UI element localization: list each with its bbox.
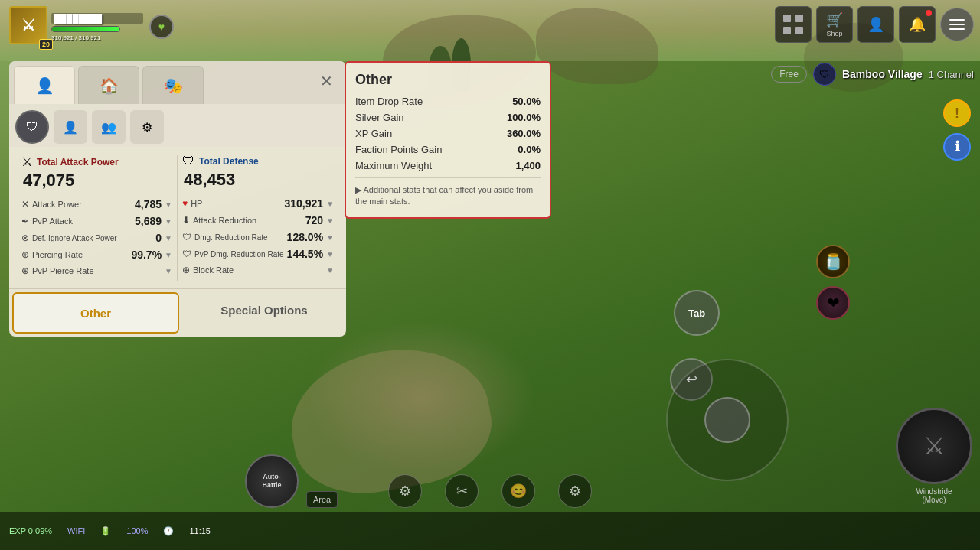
- hp-label-row: ♥ HP: [182, 198, 284, 209]
- hp-icon: ♥: [182, 198, 188, 209]
- piercing-value: 99.7%: [131, 249, 162, 261]
- pvp-pierce-chevron[interactable]: ▼: [165, 267, 172, 275]
- character-tab-icon: 👤: [35, 76, 54, 95]
- pvp-pierce-label-text: PvP Pierce Rate: [32, 266, 94, 275]
- pvp-pierce-icon: ⊕: [21, 265, 29, 276]
- piercing-icon: ⊕: [21, 249, 29, 260]
- hp-chevron[interactable]: ▼: [326, 200, 334, 208]
- defense-header: 🛡 Total Defense: [182, 155, 334, 168]
- attack-reduction-label-text: Attack Reduction: [193, 216, 256, 225]
- profile-tab-icon: 👤: [63, 120, 78, 135]
- defense-header-icon: 🛡: [182, 155, 194, 168]
- stat-row-dmg-reduction: 🛡 Dmg. Reduction Rate 128.0% ▼: [182, 231, 334, 243]
- defense-header-label: Total Defense: [199, 156, 259, 167]
- dmg-reduction-label-text: Dmg. Reduction Rate: [194, 233, 268, 242]
- tab-costume[interactable]: 🎭: [142, 66, 204, 104]
- pvp-attack-chevron[interactable]: ▼: [165, 217, 172, 226]
- cat-tab-profile[interactable]: 👤: [54, 110, 87, 144]
- block-label: ⊕ Block Rate: [182, 265, 326, 275]
- cat-tab-settings[interactable]: ⚙: [130, 110, 164, 144]
- block-icon: ⊕: [182, 265, 190, 275]
- panel-bottom-buttons: Other Special Options: [9, 288, 346, 337]
- settings-tab-icon: ⚙: [142, 120, 152, 135]
- panel-close-button[interactable]: ✕: [311, 66, 341, 96]
- dmg-reduction-chevron[interactable]: ▼: [326, 233, 334, 242]
- pvp-attack-value: 5,689: [135, 215, 162, 227]
- stat-content: ⚔ Total Attack Power 47,075 ✕ Attack Pow…: [9, 147, 346, 288]
- defense-main-value: 48,453: [182, 170, 334, 190]
- attack-main-value: 47,075: [21, 171, 172, 190]
- pvp-dmg-reduction-chevron[interactable]: ▼: [326, 250, 334, 259]
- attack-power-chevron[interactable]: ▼: [165, 200, 172, 209]
- hp-label-text: HP: [191, 199, 202, 208]
- tooltip-note: ▶ Additional stats that can affect you a…: [355, 184, 541, 208]
- stat-row-block: ⊕ Block Rate ▼: [182, 265, 334, 275]
- attack-reduction-chevron[interactable]: ▼: [326, 216, 334, 225]
- pvp-dmg-reduction-icon: 🛡: [182, 249, 191, 259]
- cat-tab-social[interactable]: 👥: [92, 110, 126, 144]
- tooltip-row-item-drop: Item Drop Rate 50.0%: [355, 96, 541, 107]
- max-weight-value: 1,400: [515, 160, 541, 171]
- defense-column: 🛡 Total Defense 48,453 ♥ HP 310,921 ▼ ⬇ …: [178, 155, 338, 281]
- pvp-pierce-label: ⊕ PvP Pierce Rate: [21, 265, 165, 276]
- hp-row-value: 310,921: [284, 197, 323, 210]
- tab-home[interactable]: 🏠: [78, 66, 139, 104]
- pvp-attack-label-text: PvP Attack: [32, 216, 73, 226]
- faction-points-value: 0.0%: [518, 144, 541, 155]
- stat-row-pvp-dmg-reduction: 🛡 PvP Dmg. Reduction Rate 144.5% ▼: [182, 248, 334, 260]
- attack-reduction-icon: ⬇: [182, 215, 190, 226]
- item-drop-label: Item Drop Rate: [355, 96, 423, 107]
- piercing-chevron[interactable]: ▼: [165, 251, 172, 259]
- faction-points-label: Faction Points Gain: [355, 144, 442, 155]
- combat-tab-icon: 🛡: [26, 120, 38, 134]
- piercing-label-text: Piercing Rate: [32, 250, 83, 259]
- def-ignore-chevron[interactable]: ▼: [165, 234, 172, 242]
- stat-row-def-ignore: ⊗ Def. Ignore Attack Power 0 ▼: [21, 232, 172, 244]
- attack-reduction-value: 720: [305, 214, 323, 226]
- tooltip-row-max-weight: Maximum Weight 1,400: [355, 160, 541, 171]
- other-button[interactable]: Other: [12, 292, 179, 334]
- item-drop-value: 50.0%: [512, 96, 541, 107]
- costume-tab-icon: 🎭: [164, 76, 183, 95]
- attack-header-label: Total Attack Power: [37, 157, 119, 168]
- tab-character[interactable]: 👤: [14, 66, 75, 104]
- stat-row-pvp-pierce: ⊕ PvP Pierce Rate ▼: [21, 265, 172, 276]
- dmg-reduction-value: 128.0%: [287, 231, 323, 243]
- stat-row-attack-reduction: ⬇ Attack Reduction 720 ▼: [182, 214, 334, 226]
- tooltip-title: Other: [355, 72, 541, 88]
- xp-gain-value: 360.0%: [507, 128, 541, 139]
- silver-gain-label: Silver Gain: [355, 112, 404, 123]
- tooltip-row-silver-gain: Silver Gain 100.0%: [355, 112, 541, 123]
- attack-header-icon: ⚔: [21, 155, 32, 169]
- tooltip-row-faction-points: Faction Points Gain 0.0%: [355, 144, 541, 155]
- panel-tabs: 👤 🏠 🎭 ✕: [9, 61, 346, 104]
- stat-panel: 👤 🏠 🎭 ✕ 🛡 👤 👥 ⚙ ⚔ Total Attack Powe: [9, 61, 346, 337]
- tooltip-row-xp-gain: XP Gain 360.0%: [355, 128, 541, 139]
- stat-row-attack-power: ✕ Attack Power 4,785 ▼: [21, 198, 172, 210]
- attack-power-value: 4,785: [135, 198, 162, 210]
- attack-power-icon: ✕: [21, 199, 29, 210]
- attack-power-label: ✕ Attack Power: [21, 199, 135, 210]
- category-tabs: 🛡 👤 👥 ⚙: [9, 104, 346, 147]
- cat-tab-combat[interactable]: 🛡: [15, 110, 49, 144]
- piercing-label: ⊕ Piercing Rate: [21, 249, 131, 260]
- block-chevron[interactable]: ▼: [326, 266, 334, 275]
- special-options-label: Special Options: [220, 304, 307, 317]
- stat-row-hp: ♥ HP 310,921 ▼: [182, 197, 334, 210]
- xp-gain-label: XP Gain: [355, 128, 392, 139]
- home-tab-icon: 🏠: [100, 76, 119, 95]
- attack-reduction-label: ⬇ Attack Reduction: [182, 215, 305, 226]
- pvp-attack-icon: ✒: [21, 216, 29, 226]
- attack-column: ⚔ Total Attack Power 47,075 ✕ Attack Pow…: [17, 155, 178, 281]
- dmg-reduction-label: 🛡 Dmg. Reduction Rate: [182, 232, 287, 242]
- def-ignore-icon: ⊗: [21, 233, 29, 243]
- social-tab-icon: 👥: [101, 120, 116, 135]
- tooltip-divider: [355, 177, 541, 178]
- def-ignore-label: ⊗ Def. Ignore Attack Power: [21, 233, 155, 243]
- block-label-text: Block Rate: [193, 265, 234, 275]
- other-button-label: Other: [80, 307, 111, 320]
- stat-row-pvp-attack: ✒ PvP Attack 5,689 ▼: [21, 215, 172, 227]
- pvp-dmg-reduction-label-text: PvP Dmg. Reduction Rate: [194, 250, 284, 259]
- special-options-button[interactable]: Special Options: [182, 289, 346, 330]
- def-ignore-value: 0: [155, 232, 162, 244]
